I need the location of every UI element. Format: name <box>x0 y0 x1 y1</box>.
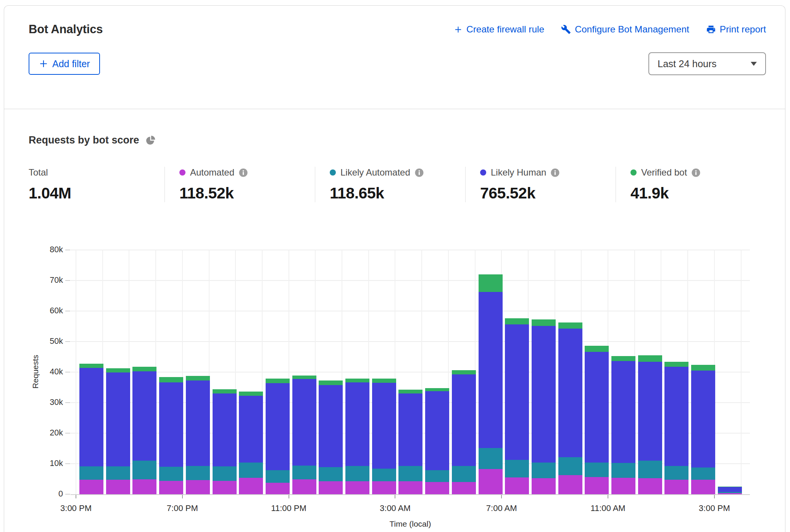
bar-segment-verified-bot[interactable] <box>319 380 343 385</box>
bar-segment-likely-human[interactable] <box>558 329 582 458</box>
bar-segment-verified-bot[interactable] <box>558 322 582 328</box>
bar-segment-likely-automated[interactable] <box>186 466 210 480</box>
bar-segment-automated[interactable] <box>345 481 369 494</box>
bar-segment-verified-bot[interactable] <box>106 368 130 372</box>
bar-segment-automated[interactable] <box>611 478 635 494</box>
bar-segment-likely-automated[interactable] <box>611 463 635 478</box>
bar-segment-verified-bot[interactable] <box>372 379 396 383</box>
bar-segment-likely-automated[interactable] <box>585 463 609 477</box>
bar-segment-likely-human[interactable] <box>239 396 263 463</box>
bar-segment-likely-automated[interactable] <box>213 466 237 481</box>
bar-segment-verified-bot[interactable] <box>585 346 609 352</box>
bar-segment-likely-human[interactable] <box>132 371 156 461</box>
bar-segment-verified-bot[interactable] <box>213 389 237 393</box>
bar-segment-likely-automated[interactable] <box>292 466 316 479</box>
bar-segment-likely-automated[interactable] <box>638 461 662 478</box>
bar-segment-automated[interactable] <box>319 481 343 494</box>
bar-segment-automated[interactable] <box>239 478 263 494</box>
stacked-bar[interactable] <box>213 389 237 494</box>
bar-segment-likely-automated[interactable] <box>345 466 369 481</box>
bar-segment-likely-human[interactable] <box>106 372 130 466</box>
bar-segment-verified-bot[interactable] <box>505 318 529 324</box>
info-icon[interactable] <box>239 168 248 177</box>
stacked-bar[interactable] <box>585 346 609 494</box>
bar-segment-verified-bot[interactable] <box>266 379 290 383</box>
time-range-dropdown[interactable]: Last 24 hours <box>648 52 766 75</box>
bar-segment-automated[interactable] <box>691 480 715 494</box>
bar-segment-verified-bot[interactable] <box>398 390 422 393</box>
bar-segment-likely-human[interactable] <box>611 361 635 463</box>
bar-segment-verified-bot[interactable] <box>186 376 210 380</box>
bar-segment-automated[interactable] <box>638 478 662 494</box>
stacked-bar[interactable] <box>186 376 210 494</box>
bar-segment-likely-automated[interactable] <box>398 466 422 481</box>
stacked-bar[interactable] <box>266 379 290 494</box>
bar-segment-likely-automated[interactable] <box>319 467 343 481</box>
bar-segment-verified-bot[interactable] <box>159 377 183 382</box>
bar-segment-likely-human[interactable] <box>452 374 476 466</box>
bar-segment-likely-automated[interactable] <box>505 460 529 477</box>
bar-segment-likely-human[interactable] <box>664 367 688 466</box>
info-icon[interactable] <box>692 168 700 177</box>
bar-segment-verified-bot[interactable] <box>132 367 156 371</box>
stacked-bar[interactable] <box>479 274 503 494</box>
bar-segment-likely-automated[interactable] <box>558 457 582 475</box>
bar-segment-likely-human[interactable] <box>691 371 715 468</box>
bar-segment-likely-automated[interactable] <box>372 469 396 482</box>
bar-segment-automated[interactable] <box>532 478 556 494</box>
stacked-bar[interactable] <box>159 377 183 494</box>
stacked-bar[interactable] <box>372 379 396 494</box>
bar-segment-likely-human[interactable] <box>319 385 343 467</box>
bar-segment-verified-bot[interactable] <box>532 319 556 326</box>
bar-segment-automated[interactable] <box>505 477 529 494</box>
bar-segment-likely-human[interactable] <box>425 391 449 470</box>
bar-segment-likely-human[interactable] <box>479 292 503 448</box>
bar-segment-likely-automated[interactable] <box>452 466 476 482</box>
stacked-bar[interactable] <box>452 370 476 494</box>
bar-segment-likely-human[interactable] <box>79 368 103 466</box>
bar-segment-likely-human[interactable] <box>398 393 422 466</box>
bar-segment-likely-human[interactable] <box>213 393 237 466</box>
print-report-link[interactable]: Print report <box>706 24 766 35</box>
info-icon[interactable] <box>415 168 424 177</box>
create-firewall-rule-link[interactable]: Create firewall rule <box>454 24 544 35</box>
bar-segment-likely-automated[interactable] <box>239 463 263 478</box>
bar-segment-likely-automated[interactable] <box>79 466 103 480</box>
add-filter-button[interactable]: Add filter <box>29 53 100 75</box>
stacked-bar[interactable] <box>664 362 688 494</box>
bar-segment-automated[interactable] <box>132 479 156 494</box>
bar-segment-likely-automated[interactable] <box>106 466 130 480</box>
bar-segment-automated[interactable] <box>106 480 130 494</box>
bar-segment-likely-automated[interactable] <box>718 492 742 493</box>
bar-segment-likely-human[interactable] <box>532 326 556 463</box>
stacked-bar[interactable] <box>345 379 369 494</box>
bar-segment-verified-bot[interactable] <box>638 355 662 362</box>
bar-segment-automated[interactable] <box>266 483 290 494</box>
stacked-bar[interactable] <box>79 364 103 494</box>
stacked-bar[interactable] <box>558 322 582 494</box>
bar-segment-automated[interactable] <box>585 477 609 494</box>
bar-segment-automated[interactable] <box>664 480 688 494</box>
bar-segment-likely-automated[interactable] <box>532 463 556 478</box>
bar-segment-verified-bot[interactable] <box>664 362 688 367</box>
bar-segment-likely-automated[interactable] <box>425 470 449 482</box>
bar-segment-automated[interactable] <box>479 469 503 494</box>
bar-segment-likely-human[interactable] <box>505 324 529 460</box>
bar-segment-likely-human[interactable] <box>266 383 290 470</box>
bar-segment-automated[interactable] <box>213 481 237 494</box>
bar-segment-automated[interactable] <box>292 479 316 494</box>
bar-segment-likely-human[interactable] <box>585 352 609 463</box>
stacked-bar[interactable] <box>532 319 556 494</box>
bar-segment-likely-human[interactable] <box>718 487 742 492</box>
bar-segment-verified-bot[interactable] <box>292 376 316 379</box>
bar-segment-verified-bot[interactable] <box>479 274 503 292</box>
bar-segment-automated[interactable] <box>398 481 422 494</box>
bar-segment-likely-human[interactable] <box>292 379 316 465</box>
stacked-bar[interactable] <box>425 388 449 494</box>
stacked-bar[interactable] <box>106 368 130 494</box>
stacked-bar[interactable] <box>239 392 263 494</box>
bar-segment-likely-human[interactable] <box>638 362 662 461</box>
bar-segment-verified-bot[interactable] <box>345 379 369 382</box>
bar-segment-automated[interactable] <box>425 482 449 494</box>
bar-segment-likely-human[interactable] <box>372 383 396 469</box>
